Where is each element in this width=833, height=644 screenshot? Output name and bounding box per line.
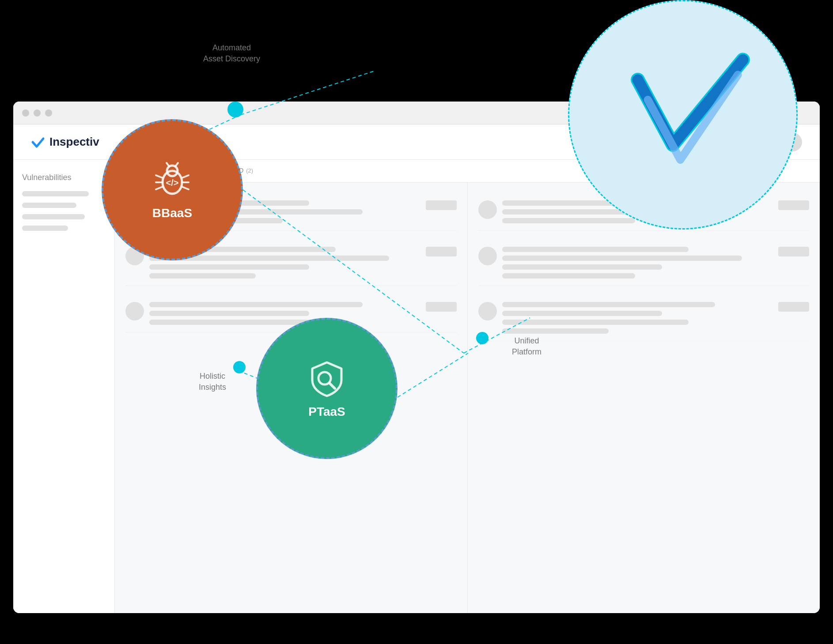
sidebar-skeleton-3	[22, 214, 85, 219]
app-logo: Inspectiv	[31, 135, 99, 149]
inspectiv-logo-circle	[568, 0, 798, 230]
skeleton-line	[502, 264, 662, 270]
sidebar: Vulnerabilities	[13, 160, 115, 613]
bbaas-label: BBaaS	[152, 206, 192, 220]
bbaas-circle: </> BBaaS	[102, 119, 243, 260]
ptaas-label: PTaaS	[308, 405, 345, 419]
skeleton-line	[502, 328, 609, 334]
row-lines-6	[502, 302, 769, 334]
sidebar-skeleton-2	[22, 203, 76, 208]
skeleton-line	[149, 302, 363, 307]
svg-line-16	[182, 187, 189, 189]
ptaas-circle: PTaaS	[256, 318, 398, 459]
browser-dot-green	[45, 109, 52, 117]
row-lines-5	[502, 247, 769, 279]
skeleton-line	[149, 264, 309, 270]
skeleton-badge	[426, 247, 457, 256]
tab-closed-count: (2)	[246, 167, 253, 174]
content-columns	[115, 183, 820, 613]
unified-platform-dot	[476, 332, 488, 344]
holistic-insights-annotation: Holistic Insights	[199, 371, 226, 393]
skeleton-line	[502, 302, 716, 307]
holistic-insights-dot	[233, 361, 246, 373]
skeleton-line	[502, 256, 742, 261]
unified-platform-annotation: Unified Platform	[512, 335, 541, 358]
skeleton-line	[502, 247, 689, 252]
asset-discovery-annotation: Automated Asset Discovery	[203, 42, 260, 64]
right-content-col	[468, 183, 820, 613]
skeleton-line	[502, 273, 636, 279]
inspectiv-check-icon	[31, 135, 45, 149]
skeleton-badge	[426, 302, 457, 312]
browser-dot-yellow	[34, 109, 41, 117]
svg-line-10	[175, 163, 178, 166]
row-avatar-6	[478, 302, 497, 320]
table-row[interactable]	[125, 295, 457, 332]
skeleton-badge	[426, 200, 457, 210]
skeleton-badge	[778, 200, 809, 210]
svg-text:</>: </>	[166, 178, 179, 188]
skeleton-line	[149, 273, 256, 279]
skeleton-badge	[778, 302, 809, 312]
skeleton-line	[502, 311, 662, 316]
browser-dot-red	[22, 109, 29, 117]
svg-line-14	[182, 175, 189, 178]
svg-line-18	[329, 383, 335, 388]
scene: Automated Asset Discovery Holistic Insig…	[0, 0, 833, 644]
row-avatar-4	[478, 200, 497, 219]
table-row[interactable]	[478, 295, 810, 341]
asset-discovery-dot	[227, 102, 243, 117]
row-avatar-3	[125, 302, 144, 320]
row-lines-3	[149, 302, 416, 325]
skeleton-line	[502, 320, 689, 325]
svg-line-9	[167, 163, 169, 166]
skeleton-line	[149, 311, 309, 316]
sidebar-skeleton-4	[22, 226, 68, 231]
skeleton-badge	[778, 247, 809, 256]
skeleton-line	[502, 218, 636, 223]
row-avatar-5	[478, 247, 497, 265]
logo-text: Inspectiv	[49, 135, 99, 149]
svg-line-11	[156, 175, 163, 178]
sidebar-skeleton-1	[22, 191, 89, 196]
svg-line-13	[156, 187, 163, 189]
table-row[interactable]	[478, 240, 810, 286]
sidebar-vulnerabilities-label: Vulnerabilities	[22, 173, 106, 182]
